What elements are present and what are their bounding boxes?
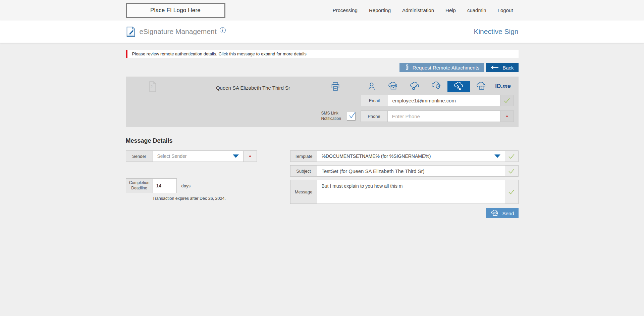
- email-valid-check-icon: [500, 95, 514, 106]
- alert-text: Please review remote authentication deta…: [132, 51, 307, 56]
- send-button[interactable]: Send: [486, 208, 518, 218]
- subject-valid-check-icon: [505, 166, 518, 176]
- nav-item-reporting[interactable]: Reporting: [369, 7, 391, 13]
- nav-item-cuadmin[interactable]: cuadmin: [467, 7, 486, 13]
- cloud-security-question-icon[interactable]: ?: [426, 80, 447, 92]
- auth-options-row: ?: [361, 80, 514, 92]
- email-row: Email: [361, 95, 514, 106]
- sender-row: Sender Select Sender: [126, 150, 257, 162]
- subject-input[interactable]: [317, 166, 505, 176]
- person-icon[interactable]: [361, 80, 382, 92]
- cloud-phone-icon[interactable]: [447, 81, 470, 92]
- completion-deadline-label: Completion Deadline: [126, 179, 153, 193]
- sender-label: Sender: [126, 151, 153, 162]
- main-nav: Processing Reporting Administration Help…: [333, 7, 519, 13]
- fi-logo-text: Place FI Logo Here: [150, 7, 201, 14]
- phone-input[interactable]: [388, 111, 500, 122]
- esignature-document-icon: x: [126, 26, 136, 37]
- top-navigation-bar: Place FI Logo Here Processing Reporting …: [0, 0, 644, 20]
- idme-icon[interactable]: ID.me: [492, 80, 514, 92]
- required-dot-icon: [249, 155, 251, 157]
- page-title: eSignature Management: [140, 28, 217, 36]
- message-label: Message: [290, 180, 317, 204]
- completion-days-input[interactable]: [153, 179, 176, 193]
- nav-item-help[interactable]: Help: [445, 7, 456, 13]
- chevron-down-icon: [233, 154, 239, 158]
- actions-row: Request Remote Attachments Back: [126, 63, 519, 72]
- nav-item-administration[interactable]: Administration: [402, 7, 434, 13]
- back-arrow-icon: [490, 65, 499, 70]
- nav-item-processing[interactable]: Processing: [333, 7, 358, 13]
- phone-label: Phone: [361, 111, 388, 122]
- message-valid-check-icon: [505, 180, 518, 204]
- paperclip-icon: [405, 64, 409, 71]
- phone-row: Phone: [361, 110, 514, 122]
- signer-auth-area: ?: [361, 77, 514, 122]
- phone-required-indicator: [500, 111, 514, 122]
- required-dot-icon: [506, 116, 508, 117]
- signer-panel: 2 Queen SA Elizabeth The Third Sr: [126, 77, 519, 127]
- request-remote-attachments-button[interactable]: Request Remote Attachments: [399, 63, 484, 72]
- email-input[interactable]: [388, 95, 500, 106]
- svg-text:?: ?: [437, 85, 439, 88]
- template-label: Template: [290, 151, 317, 162]
- expiration-note: Transaction expires after Dec 26, 2024.: [153, 196, 257, 201]
- sms-notification-label: SMS Link Notification: [321, 111, 342, 121]
- sender-select[interactable]: Select Sender: [153, 151, 243, 162]
- main-content: Please review remote authentication deta…: [0, 43, 644, 218]
- subject-label: Subject: [290, 166, 317, 176]
- cloud-key-icon[interactable]: [404, 80, 426, 92]
- message-details-form: Sender Select Sender Comp: [126, 150, 519, 218]
- message-textarea[interactable]: But I must explain to you how all this m: [317, 180, 505, 204]
- back-button[interactable]: Back: [486, 63, 518, 72]
- completion-deadline-block: Completion Deadline days Transaction exp…: [126, 178, 257, 201]
- template-valid-check-icon: [505, 151, 518, 162]
- document-count: 2: [150, 85, 152, 89]
- template-row: Template %DOCUMENTSETNAME% (for %SIGNERN…: [290, 150, 519, 162]
- chevron-down-icon: [494, 154, 500, 158]
- sms-notification-checkbox[interactable]: [347, 112, 356, 121]
- signer-name: Queen SA Elizabeth The Third Sr: [173, 85, 334, 91]
- svg-text:x: x: [127, 34, 128, 36]
- alert-banner[interactable]: Please review remote authentication deta…: [126, 50, 519, 58]
- nav-item-logout[interactable]: Logout: [498, 7, 513, 13]
- message-row: Message But I must explain to you how al…: [290, 180, 519, 204]
- document-count-icon: 2: [149, 81, 157, 92]
- days-unit-label: days: [181, 183, 191, 188]
- print-icon[interactable]: [330, 82, 340, 92]
- page-header: x eSignature Management i Kinective Sign: [0, 20, 644, 43]
- info-icon[interactable]: i: [220, 27, 226, 33]
- brand-name: Kinective Sign: [474, 28, 518, 36]
- cloud-id-card-icon[interactable]: [471, 80, 492, 92]
- sender-required-indicator: [243, 151, 257, 162]
- email-label: Email: [361, 95, 388, 106]
- fi-logo-placeholder: Place FI Logo Here: [126, 3, 225, 18]
- phone-line: SMS Link Notification Phone: [321, 110, 514, 122]
- subject-row: Subject: [290, 165, 519, 177]
- template-select[interactable]: %DOCUMENTSETNAME% (for %SIGNERNAME%): [317, 151, 505, 162]
- message-details-heading: Message Details: [126, 137, 519, 144]
- cloud-email-icon[interactable]: [382, 80, 404, 92]
- send-cloud-envelope-icon: [490, 210, 499, 217]
- completion-deadline-row: Completion Deadline: [126, 178, 177, 193]
